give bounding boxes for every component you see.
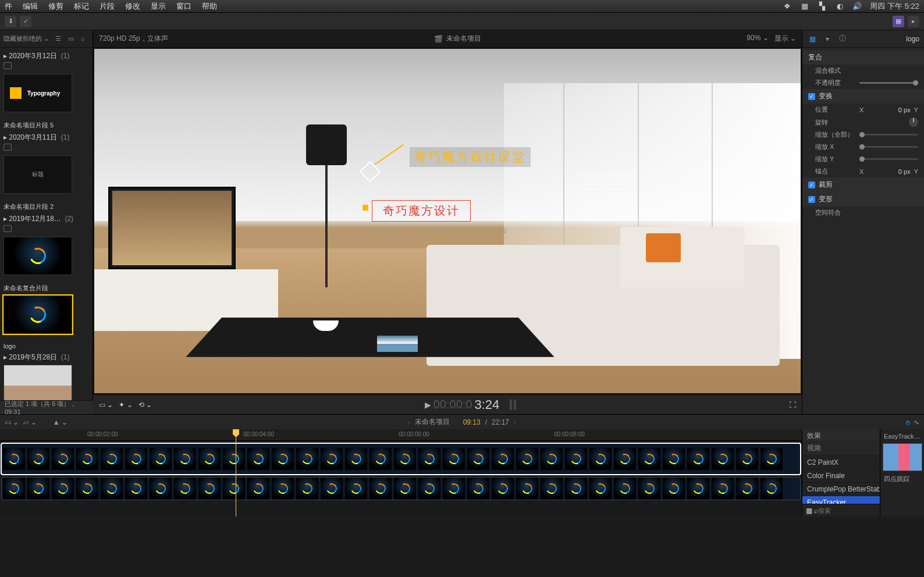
timeline-ruler[interactable]: 00:00:02:00 00:00:04:00 00:00:06:00 00:0… [0,429,802,441]
overlay-callout-2: 奇巧魔方设计 q i q i a o m o f a n g [363,200,510,233]
import-button[interactable]: ⬇ [5,16,16,27]
timeline-duration: 22:17 [492,418,509,426]
event-item[interactable]: 未命名项目片段 2 ▸ 2019年12月18… (2) [0,198,93,280]
app-toolbar: ⬇ ✓ ▦ ▸ [0,13,924,30]
distort-checkbox[interactable]: ✓ [808,196,815,203]
format-label: 720p HD 25p，立体声 [99,34,168,44]
section-composite[interactable]: 复合 [802,50,924,65]
scale-x-slider[interactable] [859,146,918,148]
inspector-title: logo [906,35,919,43]
timeline-header: ▭ ⌄ ▱ ⌄ ▲ ⌄ ‹ 未命名项目 09:13 / 22:17 › ⎋ ∿ [0,414,924,429]
event-item[interactable]: 未命名复合片段 [0,280,93,339]
event-item[interactable]: 未命名项目片段 5 ▸ 2020年3月11日 (1) 标题 [0,117,93,198]
sync-icon[interactable]: ◐ [835,2,844,11]
opacity-row[interactable]: 不透明度 [802,77,924,89]
rotation-row[interactable]: 旋转 [802,116,924,129]
menu-file[interactable]: 件 [5,1,12,12]
camera-icon: 🎬 [434,35,443,43]
list-view-icon[interactable]: ☰ [55,35,63,43]
scale-all-row[interactable]: 缩放（全部） [802,129,924,141]
menu-mark[interactable]: 标记 [74,1,89,12]
clip-thumbnail[interactable] [3,365,72,403]
rotation-dial[interactable] [909,117,918,127]
section-distort[interactable]: ✓变形 [802,192,924,206]
search-icon: ⌕ [814,507,818,515]
clip-badge-icon [3,144,12,151]
keyword-button[interactable]: ✓ [20,16,31,27]
fullscreen-button[interactable]: ⛶ [789,401,796,409]
menu-clip[interactable]: 片段 [99,1,115,12]
effect-preview-thumb[interactable] [883,443,922,471]
clip-thumbnail-selected[interactable] [3,295,72,334]
skimming-toggle[interactable]: ⎋ [906,418,910,426]
wechat-icon[interactable]: ❖ [783,2,792,11]
share-button[interactable]: ▸ [908,16,919,27]
spatial-conform-row[interactable]: 空间符合 [802,206,924,219]
tool-dropdown[interactable]: ▭ ⌄ [99,401,113,409]
section-crop[interactable]: ✓裁剪 [802,177,924,192]
play-button[interactable]: ▶ [425,400,431,409]
menu-view[interactable]: 显示 [151,1,166,12]
timeline[interactable]: 00:00:02:00 00:00:04:00 00:00:06:00 00:0… [0,429,924,517]
clip-badge-icon [3,62,12,69]
browser-status: 已选定 1 项（共 6 项），09:31 [0,400,93,414]
timeline-clip-selected[interactable] [1,443,801,475]
clip-appearance[interactable]: ▱ ⌄ [23,418,36,426]
clock[interactable]: 周四 下午 5:22 [870,1,919,12]
clip-thumbnail[interactable] [3,237,72,275]
timeline-clip[interactable] [1,477,801,500]
timecode: 3:24 [474,397,499,412]
menu-window[interactable]: 窗口 [176,1,191,12]
clip-thumbnail[interactable]: Typography [3,74,72,112]
position-row[interactable]: 位置X0 pxY [802,104,924,116]
audio-skim-toggle[interactable]: ∿ [914,418,919,426]
filter-dropdown[interactable]: 隐藏被拒绝的 ⌄ [3,34,49,43]
scale-x-row[interactable]: 缩放 X [802,141,924,153]
clip-thumbnail[interactable]: 标题 [3,155,72,194]
menu-modify[interactable]: 修改 [125,1,140,12]
effect-preview-title: EasyTrack… [883,432,922,441]
grid-icon[interactable]: ▚ [818,2,827,11]
display-dropdown[interactable]: 显示 ⌄ [774,34,796,44]
zoom-dropdown[interactable]: 90% ⌄ [747,34,768,44]
scale-y-slider[interactable] [859,158,918,160]
playhead[interactable] [236,429,236,517]
crop-checkbox[interactable]: ✓ [808,181,815,188]
filmstrip-icon[interactable]: ▭ [68,35,76,43]
volume-icon[interactable]: 🔊 [852,2,862,11]
effects-dropdown[interactable]: ✦ ⌄ [119,401,132,409]
scale-y-row[interactable]: 缩放 Y [802,153,924,165]
menu-trim[interactable]: 修剪 [48,1,63,12]
project-title: 未命名项目 [446,34,481,44]
event-item[interactable]: ▸ 2020年3月12日 (1) Typography [0,48,93,117]
event-item[interactable]: logo ▸ 2019年5月28日 (1) [0,339,93,408]
section-transform[interactable]: ✓变换 [802,89,924,104]
transform-checkbox[interactable]: ✓ [808,93,815,100]
video-inspector-tab[interactable]: ▦ [807,34,818,44]
timeline-position: 09:13 [463,418,481,426]
search-icon[interactable]: ⌕ [81,35,89,43]
audio-meter [510,400,512,410]
layout-button[interactable]: ▦ [893,16,904,27]
retime-dropdown[interactable]: ⟲ ⌄ [138,401,152,409]
info-inspector-tab[interactable]: ⓘ [837,34,848,44]
film-icon[interactable]: ▦ [800,2,809,11]
scale-slider[interactable] [859,134,918,136]
effect-preview-subtitle: 四点跟踪 [883,473,922,485]
opacity-slider[interactable] [859,82,918,84]
clip-badge-icon [3,225,12,232]
next-edit[interactable]: › [514,418,516,426]
prev-edit[interactable]: ‹ [408,418,410,426]
timeline-project: 未命名项目 [415,417,450,427]
grid-icon[interactable]: ▦ [806,507,812,515]
browser-sidebar: 隐藏被拒绝的 ⌄ ☰ ▭ ⌕ ▸ 2020年3月12日 (1) Typograp… [0,30,93,414]
index-button[interactable]: ▭ ⌄ [5,418,19,426]
menu-edit[interactable]: 编辑 [23,1,38,12]
anchor-row[interactable]: 锚点X0 pxY [802,165,924,177]
inspector-panel: ▦ ▾ ⓘ logo 复合 混合模式 不透明度 ✓变换 位置X0 pxY 旋转 … [802,30,924,414]
viewer[interactable]: 奇巧魔方设计课堂 奇巧魔方设计 q i q i a o m o f a n g [93,48,802,394]
generator-inspector-tab[interactable]: ▾ [822,34,833,44]
blend-mode-row[interactable]: 混合模式 [802,65,924,77]
menu-help[interactable]: 帮助 [202,1,217,12]
select-tool[interactable]: ▲ ⌄ [53,418,67,426]
